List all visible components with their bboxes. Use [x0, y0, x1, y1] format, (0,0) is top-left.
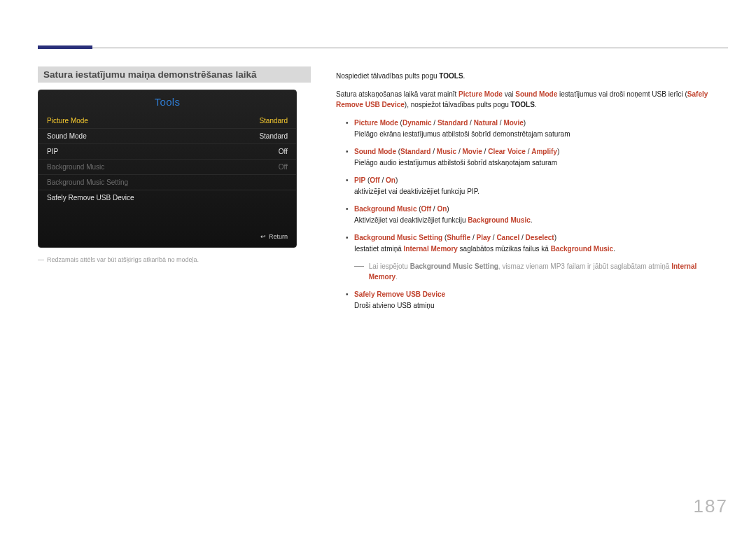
- text: Satura atskaņošanas laikā varat mainīt: [336, 90, 458, 98]
- page-number: 187: [694, 496, 728, 517]
- text: ), nospiežot tālvadības pults pogu: [405, 101, 511, 108]
- text: Iestatiet atmiņā: [354, 245, 404, 253]
- accent-text: Clear Voice: [488, 148, 526, 155]
- caption-text: Redzamais attēls var būt atšķirīgs atkar…: [47, 256, 199, 263]
- caption-dash: ―: [38, 256, 44, 263]
- text: , vismaz vienam MP3 failam ir jābūt sagl…: [498, 262, 671, 270]
- text: iestatījumus vai droši noņemt USB ierīci…: [557, 90, 687, 98]
- text: /: [482, 148, 488, 155]
- accent-text: Background Music: [551, 245, 613, 253]
- accent-text: Standard: [400, 148, 430, 155]
- text: .: [613, 245, 615, 253]
- accent-text: Standard: [438, 119, 468, 127]
- tv-row-label: Picture Mode: [47, 117, 88, 125]
- header-accent: [38, 45, 92, 49]
- sub-text: Iestatiet atmiņā Internal Memory saglabā…: [354, 244, 728, 255]
- accent-text: Cancel: [496, 234, 519, 241]
- tv-row-pip: PIP Off: [38, 144, 296, 160]
- text: /: [432, 119, 438, 127]
- text: Nospiediet tālvadības pults pogu: [336, 72, 439, 80]
- text: .: [531, 216, 533, 224]
- sub-text: Pielāgo audio iestatījumus atbilstoši šo…: [354, 157, 728, 169]
- tv-row-picture-mode: Picture Mode Standard: [38, 113, 296, 129]
- tv-return: ↩Return: [38, 225, 296, 243]
- text: .: [535, 101, 537, 108]
- text: ): [524, 119, 526, 127]
- tv-row-sound-mode: Sound Mode Standard: [38, 129, 296, 144]
- sub-text: Aktivizējiet vai deaktivizējiet funkciju…: [354, 215, 728, 226]
- return-icon: ↩: [260, 233, 266, 240]
- tv-panel: Tools Picture Mode Standard Sound Mode S…: [38, 90, 297, 248]
- accent-text: On: [386, 176, 396, 184]
- note-dash-icon: [354, 266, 364, 267]
- accent-text: Background Music: [468, 216, 530, 224]
- accent-text: Background Music Setting: [354, 234, 442, 241]
- tv-row-bgmusic-setting: Background Music Setting: [38, 175, 296, 190]
- accent-text: PIP: [354, 176, 365, 184]
- right-column: Nospiediet tālvadības pults pogu TOOLS. …: [336, 71, 728, 318]
- tv-row-label: Background Music: [47, 163, 104, 171]
- list-item-bgmusic: Background Music (Off / On) Aktivizējiet…: [346, 204, 728, 226]
- text: ): [447, 205, 449, 213]
- accent-text: Shuffle: [447, 234, 470, 241]
- tv-row-label: Background Music Setting: [47, 178, 128, 186]
- tv-row-value: Off: [279, 148, 288, 155]
- section-title: Satura iestatījumu maiņa demonstrēšanas …: [38, 66, 311, 83]
- note-text: Lai iespējotu Background Music Setting, …: [369, 261, 726, 283]
- bold-text: TOOLS: [511, 101, 535, 108]
- accent-text: Natural: [474, 119, 498, 127]
- tv-row-bgmusic: Background Music Off: [38, 160, 296, 175]
- image-caption: ―Redzamais attēls var būt atšķirīgs atka…: [38, 256, 311, 263]
- text: .: [463, 72, 465, 80]
- accent-text: Internal Memory: [404, 245, 458, 253]
- tv-row-safely-remove: Safely Remove USB Device: [38, 190, 296, 205]
- bold-text: TOOLS: [439, 72, 463, 80]
- note: Lai iespējotu Background Music Setting, …: [354, 261, 728, 283]
- tv-title: Tools: [38, 90, 296, 113]
- text: /: [519, 234, 525, 241]
- accent-text: Play: [476, 234, 491, 241]
- tv-row-label: PIP: [47, 148, 58, 155]
- text: saglabātos mūzikas failus kā: [458, 245, 551, 253]
- accent-text: Picture Mode: [458, 90, 503, 98]
- text: /: [430, 148, 436, 155]
- accent-text: Dynamic: [402, 119, 432, 127]
- accent-text: Sound Mode: [515, 90, 557, 98]
- list-item-picture-mode: Picture Mode (Dynamic / Standard / Natur…: [346, 118, 728, 140]
- accent-text: Off: [370, 176, 379, 184]
- tv-row-value: Standard: [259, 132, 288, 140]
- text: /: [380, 176, 386, 184]
- list-item-safely-remove: Safely Remove USB Device Droši atvieno U…: [346, 289, 728, 311]
- list-item-sound-mode: Sound Mode (Standard / Music / Movie / C…: [346, 146, 728, 169]
- sub-text: aktivizējiet vai deaktivizējiet funkciju…: [354, 186, 728, 197]
- accent-text: Movie: [503, 119, 523, 127]
- tv-row-label: Sound Mode: [47, 132, 87, 140]
- left-column: Satura iestatījumu maiņa demonstrēšanas …: [38, 66, 311, 263]
- accent-text: Sound Mode: [354, 148, 396, 155]
- accent-text: Movie: [462, 148, 482, 155]
- text: Aktivizējiet vai deaktivizējiet funkciju: [354, 216, 468, 224]
- text: /: [468, 119, 473, 127]
- feature-list: Picture Mode (Dynamic / Standard / Natur…: [346, 118, 728, 255]
- accent-text: Picture Mode: [354, 119, 398, 127]
- text: /: [526, 148, 531, 155]
- text: Lai iespējotu: [369, 262, 410, 270]
- accent-text: On: [437, 205, 447, 213]
- text: ): [554, 234, 556, 241]
- text: vai: [503, 90, 515, 98]
- sub-text: Droši atvieno USB atmiņu: [354, 300, 728, 311]
- list-item-pip: PIP (Off / On) aktivizējiet vai deaktivi…: [346, 175, 728, 197]
- bold-text: Background Music Setting: [410, 262, 498, 270]
- tv-row-value: Standard: [259, 117, 288, 125]
- tv-row-label: Safely Remove USB Device: [47, 194, 134, 202]
- list-item-bgmusic-setting: Background Music Setting (Shuffle / Play…: [346, 232, 728, 255]
- feature-list-2: Safely Remove USB Device Droši atvieno U…: [346, 289, 728, 311]
- tv-row-value: Off: [279, 163, 288, 171]
- text: ): [557, 148, 559, 155]
- intro-line-1: Nospiediet tālvadības pults pogu TOOLS.: [336, 71, 728, 82]
- text: ): [396, 176, 398, 184]
- accent-text: Amplify: [531, 148, 557, 155]
- sub-text: Pielāgo ekrāna iestatījumus atbilstoši š…: [354, 129, 728, 140]
- accent-text: Deselect: [526, 234, 554, 241]
- text: .: [396, 273, 398, 281]
